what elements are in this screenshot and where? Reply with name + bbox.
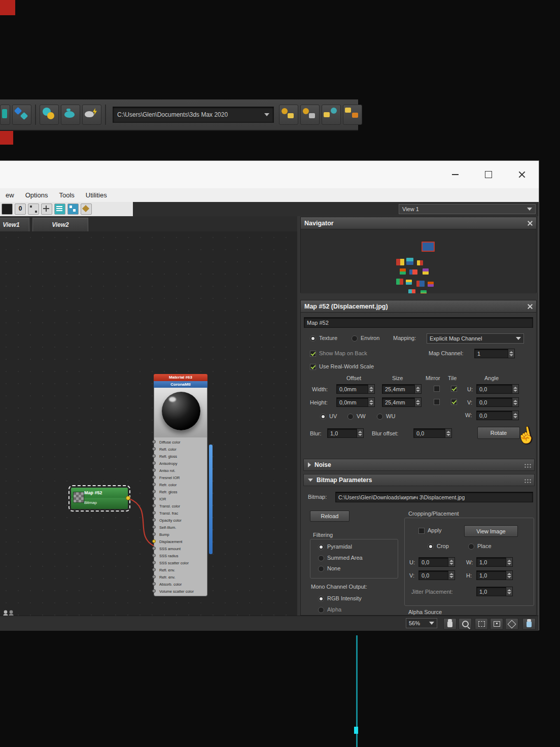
spinner[interactable] <box>512 385 518 393</box>
gears-link-icon-2[interactable] <box>300 105 320 125</box>
socket-icon[interactable] <box>152 547 156 550</box>
spinner[interactable] <box>508 349 514 358</box>
slot-displacement[interactable]: Displacement <box>154 538 207 545</box>
socket-icon[interactable] <box>152 582 156 586</box>
material-node[interactable]: Material #63 CoronaMtl Diffuse color Ref… <box>154 374 207 596</box>
preview-grid-icon[interactable] <box>67 203 79 215</box>
spinner[interactable] <box>445 429 451 437</box>
zoom-button[interactable] <box>459 618 472 630</box>
slot-sss-scatter-color[interactable]: SSS scatter color <box>154 559 207 566</box>
slot-transl-frac[interactable]: Transl. frac <box>154 510 207 517</box>
rotate-button[interactable]: Rotate <box>477 427 520 439</box>
use-real-world-scale-checkbox[interactable] <box>310 364 316 370</box>
align-nodes-icon[interactable] <box>28 203 39 215</box>
alpha-radio[interactable] <box>318 607 324 613</box>
spinner[interactable] <box>506 558 512 566</box>
rollout-grip-icon[interactable] <box>524 463 531 468</box>
socket-icon[interactable] <box>152 476 156 479</box>
angle-snap-icon[interactable] <box>12 105 31 125</box>
close-button[interactable] <box>509 166 535 183</box>
node-scrollbar[interactable] <box>209 445 213 554</box>
window-titlebar[interactable] <box>0 161 539 188</box>
navigator-node-thumb[interactable] <box>408 289 415 293</box>
slot-refl-env[interactable]: Refl. env. <box>154 566 207 573</box>
navigator-node-thumb[interactable] <box>409 269 417 275</box>
map-name-field[interactable]: Map #52 <box>304 317 533 328</box>
slot-sss-amount[interactable]: SSS amount <box>154 545 207 552</box>
slot-refl-color[interactable]: Refl. color <box>154 446 207 453</box>
socket-icon[interactable] <box>152 589 156 593</box>
noise-rollout[interactable]: Noise <box>303 459 535 471</box>
rgb-intensity-radio[interactable] <box>318 596 324 602</box>
none-filter-radio[interactable] <box>318 566 324 572</box>
tab-view1[interactable]: View1 <box>0 218 29 231</box>
slot-ior[interactable]: IOR <box>154 495 207 502</box>
spinner[interactable] <box>414 385 421 393</box>
navigator-node-thumb[interactable] <box>400 268 406 275</box>
zoom-region-button[interactable] <box>475 618 488 630</box>
crop-w-field[interactable]: 1,0 <box>476 557 513 567</box>
map-panel-header[interactable]: Map #52 (Displacement.jpg) <box>301 300 536 313</box>
map-panel-close-icon[interactable] <box>528 304 533 309</box>
slot-volume-scatter-color[interactable]: Volume scatter color <box>154 588 207 595</box>
pyramidal-radio[interactable] <box>318 544 324 550</box>
socket-icon[interactable] <box>152 490 156 493</box>
zero-badge-icon[interactable]: 0 <box>15 203 26 215</box>
tab-view2[interactable]: View2 <box>32 218 88 231</box>
crop-u-field[interactable]: 0,0 <box>418 557 455 567</box>
material-node-title[interactable]: Material #63 <box>154 374 207 381</box>
environ-radio[interactable] <box>352 335 358 342</box>
node-editor-canvas[interactable]: Material #63 CoronaMtl Diffuse color Ref… <box>0 231 297 616</box>
mapping-combo[interactable]: Explicit Map Channel <box>427 333 524 344</box>
socket-icon[interactable] <box>152 440 156 444</box>
height-size-field[interactable]: 25,4mm <box>382 397 422 407</box>
socket-icon[interactable] <box>152 504 156 507</box>
apply-checkbox[interactable] <box>418 528 425 534</box>
spinner[interactable] <box>368 398 374 406</box>
quick-render-teapot-icon[interactable] <box>82 105 101 125</box>
minimize-button[interactable] <box>442 166 468 183</box>
socket-icon[interactable] <box>152 511 156 515</box>
navigator-node-thumb[interactable] <box>416 281 425 287</box>
slot-refl-gloss[interactable]: Refl. gloss <box>154 453 207 460</box>
crop-v-field[interactable]: 0,0 <box>418 570 455 580</box>
crop-h-field[interactable]: 1,0 <box>476 570 513 580</box>
show-map-on-back-checkbox[interactable] <box>310 351 316 357</box>
socket-icon[interactable] <box>152 483 156 486</box>
width-size-field[interactable]: 25,4mm <box>382 384 422 394</box>
width-offset-field[interactable]: 0,0mm <box>336 384 375 394</box>
socket-icon[interactable] <box>152 454 156 458</box>
pick-material-icon[interactable] <box>81 203 92 215</box>
render-setup-icon[interactable] <box>40 105 59 125</box>
wu-radio[interactable] <box>377 414 383 420</box>
project-folder-combo[interactable]: C:\Users\Glen\Documents\3ds Max 2020 <box>113 107 274 123</box>
tile-v-checkbox[interactable] <box>451 399 457 405</box>
jitter-placement-field[interactable]: 1,0 <box>476 587 513 596</box>
gears-link-icon-4[interactable] <box>343 105 362 125</box>
people-icon[interactable] <box>2 609 15 616</box>
mirror-u-checkbox[interactable] <box>434 386 440 392</box>
slot-self-illum[interactable]: Self-Illum. <box>154 524 207 531</box>
view-image-button[interactable]: View Image <box>464 525 518 537</box>
navigator-node-thumb[interactable] <box>396 279 403 285</box>
zoom-combo[interactable]: 56% <box>406 618 437 628</box>
pan-mode-button[interactable] <box>522 618 536 630</box>
slot-refr-env[interactable]: Refr. env. <box>154 573 207 581</box>
navigator-node-thumb[interactable] <box>406 258 413 265</box>
navigator-close-icon[interactable] <box>528 221 533 226</box>
blur-offset-field[interactable]: 0,0 <box>413 428 452 438</box>
navigator-node-thumb[interactable] <box>423 268 429 275</box>
slot-opacity-color[interactable]: Opacity color <box>154 517 207 524</box>
texture-radio[interactable] <box>310 335 316 342</box>
gears-link-icon-3[interactable] <box>322 105 341 125</box>
slot-transl-color[interactable]: Transl. color <box>154 502 207 510</box>
menu-options[interactable]: Options <box>20 188 54 202</box>
spinner[interactable] <box>448 571 454 580</box>
w-angle-field[interactable]: 0,0 <box>476 411 519 420</box>
socket-icon[interactable] <box>152 561 156 564</box>
reload-button[interactable]: Reload <box>310 511 349 522</box>
slot-fresnel-ior[interactable]: Fresnel IOR <box>154 474 207 481</box>
navigator-node-thumb[interactable] <box>428 282 434 287</box>
navigator-header[interactable]: Navigator <box>301 217 536 229</box>
spinner[interactable] <box>368 385 374 393</box>
